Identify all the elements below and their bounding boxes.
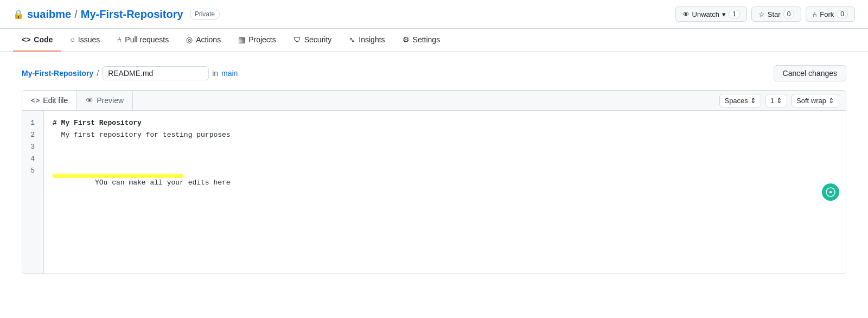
tab-actions-label: Actions bbox=[196, 35, 221, 44]
highlight-underline bbox=[53, 174, 183, 178]
code-line-2: My first repository for testing purposes bbox=[53, 129, 837, 141]
star-label: Star bbox=[768, 10, 781, 18]
tab-actions[interactable]: ◎ Actions bbox=[177, 29, 229, 52]
wrap-select[interactable]: Soft wrap ⇕ bbox=[792, 94, 839, 107]
private-badge: Private bbox=[190, 9, 220, 20]
pull-requests-icon: ⑃ bbox=[117, 35, 122, 44]
copilot-button[interactable] bbox=[822, 183, 839, 201]
actions-icon: ◎ bbox=[186, 35, 193, 44]
edit-file-icon: <> bbox=[31, 96, 40, 105]
fork-button[interactable]: ⑃ Fork 0 bbox=[806, 7, 855, 22]
code-line-1: # My First Repository bbox=[53, 117, 837, 129]
code-editor[interactable]: # My First Repository My first repositor… bbox=[44, 111, 846, 274]
code-line-4 bbox=[53, 153, 837, 165]
breadcrumb-repo-link[interactable]: My-First-Repository bbox=[22, 69, 93, 78]
indent-chevron-icon: ⇕ bbox=[776, 97, 782, 105]
line-num-3: 3 bbox=[27, 141, 39, 153]
projects-icon: ▦ bbox=[238, 35, 245, 44]
top-actions: 👁 Unwatch ▾ 1 ☆ Star 0 ⑃ Fork 0 bbox=[675, 7, 855, 22]
tab-settings-label: Settings bbox=[413, 35, 441, 44]
unwatch-button[interactable]: 👁 Unwatch ▾ 1 bbox=[675, 7, 747, 22]
preview-tab[interactable]: 👁 Preview bbox=[77, 91, 133, 110]
star-button[interactable]: ☆ Star 0 bbox=[751, 7, 802, 22]
insights-icon: ∿ bbox=[349, 35, 355, 44]
tab-insights[interactable]: ∿ Insights bbox=[340, 29, 393, 52]
repo-name-link[interactable]: My-First-Repository bbox=[81, 8, 183, 21]
lock-icon: 🔒 bbox=[13, 9, 24, 20]
tab-security-label: Security bbox=[304, 35, 332, 44]
repo-title: 🔒 suaibme / My-First-Repository Private bbox=[13, 8, 220, 21]
security-icon: 🛡 bbox=[293, 35, 301, 44]
tab-security[interactable]: 🛡 Security bbox=[285, 29, 341, 52]
settings-icon: ⚙ bbox=[403, 35, 410, 44]
file-name-input[interactable] bbox=[102, 66, 209, 80]
eye-icon: 👁 bbox=[682, 10, 690, 18]
code-icon: <> bbox=[22, 35, 30, 44]
spaces-select[interactable]: Spaces ⇕ bbox=[719, 94, 761, 107]
editor-tabs: <> Edit file 👁 Preview bbox=[22, 91, 133, 110]
tab-issues-label: Issues bbox=[78, 35, 100, 44]
preview-label: Preview bbox=[97, 96, 124, 105]
edit-file-label: Edit file bbox=[43, 96, 68, 105]
code-area: 1 2 3 4 5 # My First Repository My first… bbox=[22, 111, 846, 274]
indent-value: 1 bbox=[770, 97, 774, 105]
top-bar: 🔒 suaibme / My-First-Repository Private … bbox=[0, 0, 868, 29]
tab-pull-requests[interactable]: ⑃ Pull requests bbox=[108, 29, 177, 52]
unwatch-label: Unwatch bbox=[692, 10, 720, 18]
wrap-label: Soft wrap bbox=[796, 97, 826, 105]
tab-settings[interactable]: ⚙ Settings bbox=[394, 29, 449, 52]
line-num-4: 4 bbox=[27, 153, 39, 165]
tab-code[interactable]: <> Code bbox=[13, 29, 61, 52]
breadcrumb-separator: / bbox=[97, 69, 99, 78]
line-num-2: 2 bbox=[27, 129, 39, 141]
fork-count: 0 bbox=[837, 10, 848, 18]
line-num-5: 5 bbox=[27, 165, 39, 177]
cancel-changes-button[interactable]: Cancel changes bbox=[774, 65, 846, 81]
edit-file-tab[interactable]: <> Edit file bbox=[22, 91, 77, 110]
preview-icon: 👁 bbox=[86, 96, 93, 105]
code-line-5: YOu can make all your edits here bbox=[53, 165, 837, 177]
line-numbers: 1 2 3 4 5 bbox=[22, 111, 44, 274]
issues-icon: ○ bbox=[70, 35, 74, 44]
indent-select[interactable]: 1 ⇕ bbox=[765, 94, 787, 107]
fork-label: Fork bbox=[820, 10, 834, 18]
star-count: 0 bbox=[783, 10, 795, 18]
line-num-1: 1 bbox=[27, 117, 39, 129]
nav-tabs: <> Code ○ Issues ⑃ Pull requests ◎ Actio… bbox=[0, 29, 868, 52]
tab-insights-label: Insights bbox=[359, 35, 385, 44]
editor-options: Spaces ⇕ 1 ⇕ Soft wrap ⇕ bbox=[719, 94, 846, 107]
tab-projects[interactable]: ▦ Projects bbox=[229, 29, 285, 52]
tab-pull-requests-label: Pull requests bbox=[125, 35, 169, 44]
breadcrumb-branch-link[interactable]: main bbox=[221, 69, 238, 78]
code-line-3 bbox=[53, 141, 837, 153]
editor-container: <> Edit file 👁 Preview Spaces ⇕ 1 ⇕ bbox=[22, 90, 846, 274]
wrap-chevron-icon: ⇕ bbox=[828, 97, 834, 105]
tab-projects-label: Projects bbox=[248, 35, 276, 44]
spaces-label: Spaces bbox=[724, 97, 748, 105]
breadcrumb-in: in bbox=[212, 69, 218, 78]
star-icon: ☆ bbox=[758, 10, 765, 18]
unwatch-count: 1 bbox=[729, 10, 740, 18]
tab-code-label: Code bbox=[34, 35, 53, 44]
editor-toolbar: <> Edit file 👁 Preview Spaces ⇕ 1 ⇕ bbox=[22, 91, 846, 111]
fork-icon: ⑃ bbox=[813, 10, 817, 18]
spaces-chevron-icon: ⇕ bbox=[750, 97, 756, 105]
repo-owner-link[interactable]: suaibme bbox=[27, 8, 71, 21]
breadcrumb: My-First-Repository / in main Cancel cha… bbox=[22, 65, 846, 81]
repo-separator: / bbox=[74, 8, 78, 21]
tab-issues[interactable]: ○ Issues bbox=[61, 29, 108, 52]
unwatch-dropdown-icon: ▾ bbox=[722, 10, 726, 18]
main-content: My-First-Repository / in main Cancel cha… bbox=[0, 52, 868, 287]
